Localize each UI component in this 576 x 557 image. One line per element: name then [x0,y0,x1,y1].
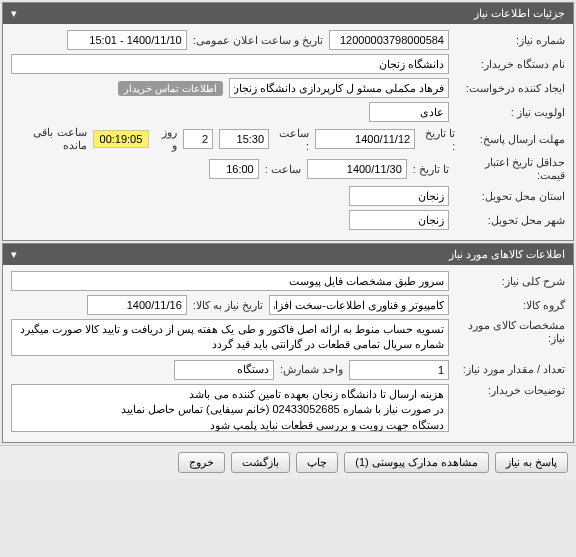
need-no-label: شماره نیاز: [455,34,565,47]
buyer-contact-badge[interactable]: اطلاعات تماس خریدار [118,81,223,96]
buyer-label: نام دستگاه خریدار: [455,58,565,71]
need-details-title: جزئیات اطلاعات نیاز [474,7,565,20]
specs-label: مشخصات کالای مورد نیاز: [455,319,565,345]
goods-info-panel: اطلاعات کالاهای مورد نیاز ▾ شرح کلی نیاز… [2,243,574,443]
collapse-icon[interactable]: ▾ [11,248,17,261]
priority-label: اولویت نیاز : [455,106,565,119]
panel2-header-icons: ▾ [11,248,17,261]
need-no-input [329,30,449,50]
group-label: گروه کالا: [455,299,565,312]
desc-label: شرح کلی نیاز: [455,275,565,288]
validity-time-input [209,159,259,179]
qty-label: تعداد / مقدار مورد نیاز: [455,363,565,376]
print-button[interactable]: چاپ [296,452,338,473]
unit-label: واحد شمارش: [280,363,343,376]
countdown-timer: 00:19:05 [93,130,150,148]
notes-label: توضیحات خریدار: [455,384,565,397]
specs-textarea [11,319,449,356]
goods-info-body: شرح کلی نیاز: گروه کالا: تاریخ نیاز به ک… [3,265,573,442]
remain-label: ساعت باقی مانده [11,126,87,152]
exit-button[interactable]: خروج [178,452,225,473]
group-input [269,295,449,315]
need-to-date-label: تاریخ نیاز به کالا: [193,299,263,312]
reply-deadline-label: مهلت ارسال پاسخ: [461,133,565,146]
validity-label: حداقل تاریخ اعتبار قیمت: [455,156,565,182]
reply-to-date-input [315,129,415,149]
province-input [349,186,449,206]
goods-info-header: اطلاعات کالاهای مورد نیاز ▾ [3,244,573,265]
qty-input [349,360,449,380]
panel-header-icons: ▾ [11,7,17,20]
need-details-body: شماره نیاز: تاریخ و ساعت اعلان عمومی: نا… [3,24,573,240]
notes-textarea [11,384,449,432]
public-announce-input [67,30,187,50]
need-details-panel: جزئیات اطلاعات نیاز ▾ شماره نیاز: تاریخ … [2,2,574,241]
goods-info-title: اطلاعات کالاهای مورد نیاز [449,248,565,261]
validity-time-label: ساعت : [265,163,301,176]
validity-to-label: تا تاریخ : [413,163,449,176]
validity-date-input [307,159,407,179]
collapse-icon[interactable]: ▾ [11,7,17,20]
reply-time-label: ساعت : [275,127,309,152]
action-button-row: پاسخ به نیاز مشاهده مدارک پیوستی (1) چاپ… [0,445,576,479]
requester-label: ایجاد کننده درخواست: [455,82,565,95]
days-label: روز و [155,126,177,152]
need-details-header: جزئیات اطلاعات نیاز ▾ [3,3,573,24]
reply-to-label: تا تاریخ : [421,127,455,152]
reply-button[interactable]: پاسخ به نیاز [495,452,568,473]
desc-input [11,271,449,291]
days-remaining-input [183,129,213,149]
need-to-date-input [87,295,187,315]
unit-input [174,360,274,380]
reply-time-input [219,129,269,149]
public-announce-label: تاریخ و ساعت اعلان عمومی: [193,34,323,47]
attachments-button[interactable]: مشاهده مدارک پیوستی (1) [344,452,489,473]
buyer-input [11,54,449,74]
city-label: شهر محل تحویل: [455,214,565,227]
province-label: استان محل تحویل: [455,190,565,203]
priority-input [369,102,449,122]
back-button[interactable]: بازگشت [231,452,290,473]
city-input [349,210,449,230]
requester-input [229,78,449,98]
